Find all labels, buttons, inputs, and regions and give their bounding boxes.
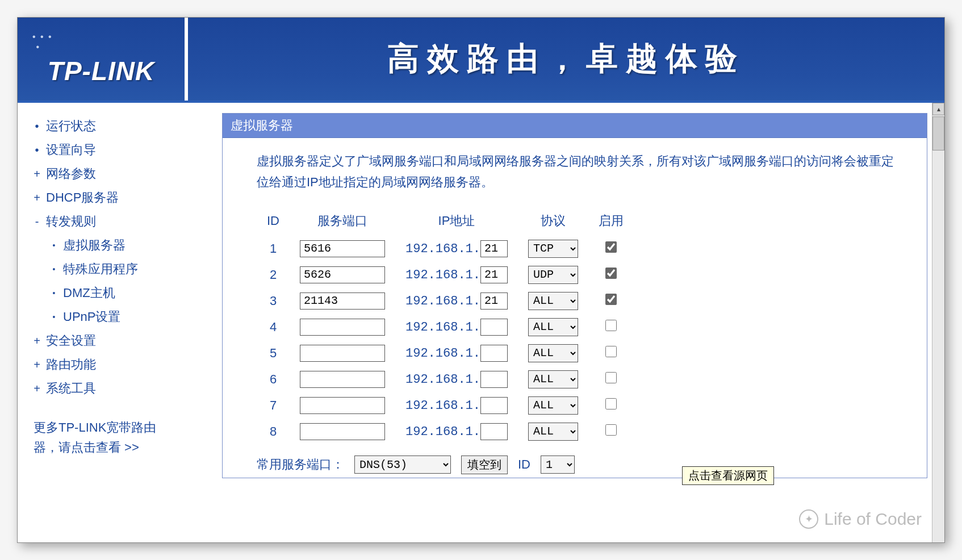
header: • • • • TP-LINK 高效路由，卓越体验 [18, 18, 944, 103]
ip-prefix: 192.168.1. [405, 372, 480, 386]
expand-icon: + [34, 168, 40, 179]
fill-id-label: ID [518, 457, 530, 472]
logo-text: TP-LINK [48, 56, 154, 86]
enable-checkbox[interactable] [605, 424, 617, 436]
table-row: 6192.168.1.ALL [257, 369, 634, 390]
collapse-icon: - [34, 216, 40, 227]
panel-description: 虚拟服务器定义了广域网服务端口和局域网网络服务器之间的映射关系，所有对该广域网服… [257, 151, 898, 193]
service-port-input[interactable] [300, 371, 385, 388]
col-enable: 启用 [588, 212, 634, 233]
expand-icon: + [34, 192, 40, 203]
slogan-text: 高效路由，卓越体验 [387, 37, 745, 81]
protocol-select[interactable]: ALL [528, 318, 578, 336]
sidebar-item-0[interactable]: •运行状态 [34, 120, 188, 132]
ip-prefix: 192.168.1. [405, 294, 480, 308]
sidebar-item-8[interactable]: •UPnP设置 [34, 311, 188, 323]
table-row: 1192.168.1.TCP [257, 239, 634, 259]
sidebar-item-label: 路由功能 [46, 358, 96, 371]
row-id: 8 [257, 421, 290, 442]
ip-last-octet-input[interactable] [480, 345, 508, 362]
row-id: 4 [257, 317, 290, 337]
dot-icon: • [34, 120, 40, 132]
fill-id-select[interactable]: 1 [541, 455, 575, 474]
sidebar-item-label: 网络参数 [46, 168, 96, 180]
sidebar-item-4[interactable]: -转发规则 [34, 215, 188, 228]
ip-prefix: 192.168.1. [405, 320, 480, 334]
enable-checkbox[interactable] [605, 320, 617, 331]
sidebar-item-9[interactable]: +安全设置 [34, 335, 188, 347]
protocol-select[interactable]: ALL [528, 423, 578, 441]
protocol-select[interactable]: ALL [528, 370, 578, 388]
sidebar-item-10[interactable]: +路由功能 [34, 358, 188, 371]
dot-icon: • [34, 144, 40, 156]
ip-prefix: 192.168.1. [405, 424, 480, 438]
dot-icon: • [51, 313, 57, 321]
panel-body: 虚拟服务器定义了广域网服务端口和局域网网络服务器之间的映射关系，所有对该广域网服… [223, 138, 927, 478]
enable-checkbox[interactable] [605, 372, 617, 383]
ip-last-octet-input[interactable] [480, 397, 508, 414]
ip-last-octet-input[interactable] [480, 292, 508, 310]
ip-last-octet-input[interactable] [480, 240, 508, 257]
common-port-select[interactable]: DNS(53) [354, 455, 451, 474]
sidebar-item-1[interactable]: •设置向导 [34, 144, 188, 156]
enable-checkbox[interactable] [605, 294, 617, 305]
sidebar-item-label: 设置向导 [46, 144, 96, 156]
ip-prefix: 192.168.1. [405, 241, 480, 256]
source-link-tooltip: 点击查看源网页 [682, 466, 774, 485]
service-port-input[interactable] [300, 423, 385, 440]
body: •运行状态•设置向导+网络参数+DHCP服务器-转发规则•虚拟服务器•特殊应用程… [18, 103, 944, 540]
slogan-area: 高效路由，卓越体验 [188, 18, 944, 101]
content-area: 虚拟服务器 虚拟服务器定义了广域网服务端口和局域网网络服务器之间的映射关系，所有… [188, 103, 944, 540]
common-port-row: 常用服务端口： DNS(53) 填空到 ID 1 [257, 455, 898, 474]
protocol-select[interactable]: ALL [528, 396, 578, 415]
table-row: 3192.168.1.ALL [257, 291, 634, 311]
protocol-select[interactable]: ALL [528, 344, 578, 362]
panel-title: 虚拟服务器 [223, 114, 927, 138]
enable-checkbox[interactable] [605, 268, 617, 279]
table-row: 4192.168.1.ALL [257, 317, 634, 337]
enable-checkbox[interactable] [605, 241, 617, 253]
app-window: • • • • TP-LINK 高效路由，卓越体验 •运行状态•设置向导+网络参… [17, 17, 945, 543]
ip-last-octet-input[interactable] [480, 423, 508, 440]
common-port-label: 常用服务端口： [257, 456, 344, 473]
table-row: 8192.168.1.ALL [257, 421, 634, 442]
sidebar-item-2[interactable]: +网络参数 [34, 168, 188, 180]
rules-table: ID 服务端口 IP地址 协议 启用 1192.168.1.TCP2192.16… [257, 207, 634, 448]
ip-last-octet-input[interactable] [480, 266, 508, 283]
protocol-select[interactable]: UDP [528, 266, 578, 284]
service-port-input[interactable] [300, 292, 385, 310]
sidebar-item-7[interactable]: •DMZ主机 [34, 287, 188, 299]
service-port-input[interactable] [300, 397, 385, 414]
sidebar: •运行状态•设置向导+网络参数+DHCP服务器-转发规则•虚拟服务器•特殊应用程… [18, 103, 188, 540]
row-id: 1 [257, 239, 290, 259]
logo-area: • • • • TP-LINK [18, 18, 188, 101]
protocol-select[interactable]: ALL [528, 292, 578, 310]
protocol-select[interactable]: TCP [528, 240, 578, 258]
sidebar-item-3[interactable]: +DHCP服务器 [34, 191, 188, 204]
row-id: 7 [257, 395, 290, 416]
ip-last-octet-input[interactable] [480, 371, 508, 388]
logo-decoration: • • • • [32, 32, 53, 52]
service-port-input[interactable] [300, 240, 385, 257]
sidebar-item-label: UPnP设置 [63, 311, 120, 323]
service-port-input[interactable] [300, 266, 385, 283]
service-port-input[interactable] [300, 319, 385, 336]
row-id: 6 [257, 369, 290, 390]
enable-checkbox[interactable] [605, 398, 617, 409]
col-port: 服务端口 [290, 212, 395, 233]
ip-last-octet-input[interactable] [480, 319, 508, 336]
col-ip: IP地址 [395, 212, 518, 233]
row-id: 5 [257, 343, 290, 363]
vertical-scrollbar[interactable]: ▴ [932, 103, 944, 542]
expand-icon: + [34, 383, 40, 394]
scroll-thumb[interactable] [932, 116, 944, 151]
sidebar-item-5[interactable]: •虚拟服务器 [34, 239, 188, 252]
service-port-input[interactable] [300, 345, 385, 362]
enable-checkbox[interactable] [605, 346, 617, 357]
sidebar-item-11[interactable]: +系统工具 [34, 382, 188, 395]
ip-prefix: 192.168.1. [405, 268, 480, 282]
sidebar-item-6[interactable]: •特殊应用程序 [34, 263, 188, 275]
sidebar-more-link[interactable]: 更多TP-LINK宽带路由器，请点击查看 >> [34, 417, 188, 457]
fill-to-button[interactable]: 填空到 [461, 455, 508, 474]
scroll-up-arrow[interactable]: ▴ [932, 103, 944, 115]
